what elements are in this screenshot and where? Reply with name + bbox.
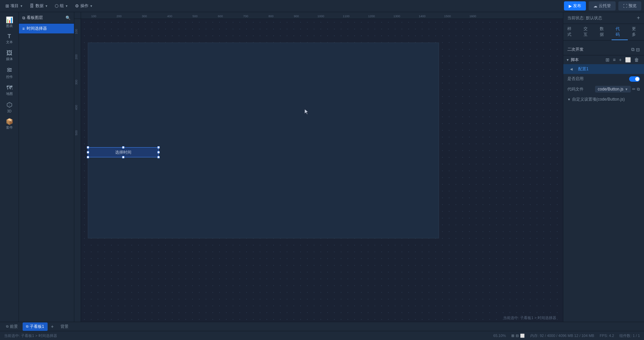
handle-bottom-center[interactable] — [122, 156, 125, 158]
top-bar: ⊞ 项目 ▼ 🗄 数据 ▼ ⬡ 组 ▼ ⚙ 操作 ▼ ▶ 发布 ☁ 云托管 ⛶ … — [0, 0, 644, 12]
handle-top-right[interactable] — [157, 146, 160, 149]
code-file-field-row: 代码文件 code/Button.js ▼ ✏ ⧉ — [563, 84, 644, 95]
map-icon: 🗺 — [6, 85, 12, 91]
preview-button[interactable]: ⛶ 预览 — [618, 1, 641, 10]
right-panel-body: 二次开发 ⧉ ⊟ ▼ 脚本 ⊞ ≡ + ⬜ 🗑 — [563, 41, 644, 340]
panel-icon: ⧉ — [22, 16, 25, 20]
code-file-label: 代码文件 — [567, 86, 584, 92]
component-icon: ⬡ — [55, 3, 58, 8]
tab-data[interactable]: 数据 — [596, 24, 612, 40]
bottom-status-bar: 当前选中: 子看板1 > 时间选择器 65.10% ⊞ ⊟ ⬜ 内存: 92 /… — [0, 331, 644, 340]
handle-bottom-right[interactable] — [157, 156, 160, 158]
tab-interact[interactable]: 交互 — [579, 24, 596, 40]
custom-section: ▼ 自定义设置项(code/Button.js) — [563, 95, 644, 106]
preview-icon: ⛶ — [623, 4, 627, 8]
cloud-button[interactable]: ☁ 云托管 — [589, 1, 616, 10]
expand-icon[interactable]: ⊟ — [636, 47, 640, 52]
kit-icon: 📦 — [6, 119, 13, 125]
menu-project[interactable]: ⊞ 项目 ▼ — [3, 2, 26, 10]
handle-middle-left[interactable] — [87, 151, 89, 154]
3d-icon — [6, 102, 12, 109]
copy-icon[interactable]: ⧉ — [631, 47, 635, 52]
link-icon[interactable]: ⧉ — [637, 87, 640, 91]
left-panel: ⧉ 看板图层 🔍 ≡ 时间选择器 — [19, 12, 74, 340]
cloud-icon: ☁ — [593, 4, 597, 8]
sidebar-item-kit[interactable]: 📦 套件 — [1, 116, 18, 132]
bottom-bar: ⧉ 前景 ⧉ 子看板1 + 背景 当前选中: 子看板1 > 时间选择器 65.1… — [0, 322, 644, 340]
chart-icon: 📊 — [6, 17, 13, 23]
script-section-title[interactable]: ▼ 脚本 ⊞ ≡ + ⬜ 🗑 — [563, 55, 644, 64]
time-selector-widget[interactable]: 选择时间 — [88, 147, 159, 157]
grid-icon[interactable]: ⊞ — [604, 57, 611, 63]
canvas-board[interactable] — [88, 43, 439, 238]
media-icon: 🖼 — [6, 50, 12, 56]
file-icon[interactable]: ⬜ — [624, 57, 632, 63]
edit-icons: ✏ ⧉ — [632, 87, 640, 91]
component-count: 组件数: 1 / 1 — [619, 333, 640, 338]
control-icon — [6, 67, 12, 74]
ruler-top: 100 200 300 400 500 600 700 800 900 1000… — [81, 12, 563, 19]
project-icon: ⊞ — [5, 3, 9, 8]
list-icon[interactable]: ≡ — [612, 57, 617, 63]
svg-point-5 — [8, 71, 9, 72]
view-icons: ⊞ ⊟ ⬜ — [511, 334, 525, 338]
handle-bottom-left[interactable] — [87, 156, 89, 158]
sidebar-item-chart[interactable]: 📊 图表 — [1, 15, 18, 30]
sidebar-item-text[interactable]: T 文本 — [1, 32, 18, 47]
custom-section-toggle[interactable]: ▼ 自定义设置项(code/Button.js) — [567, 97, 640, 102]
add-state-button[interactable]: + — [637, 15, 640, 21]
canvas-main[interactable]: 选择时间 — [81, 19, 563, 321]
delete-icon[interactable]: 🗑 — [633, 57, 640, 63]
fps-status: FPS: 4.2 — [600, 334, 614, 338]
main-layout: 📊 图表 T 文本 🖼 媒体 控件 🗺 地图 3D 📦 — [0, 12, 644, 340]
tab-sub-canvas1[interactable]: ⧉ 子看板1 — [23, 322, 48, 331]
sidebar-item-map[interactable]: 🗺 地图 — [1, 83, 18, 98]
sidebar-item-control[interactable]: 控件 — [1, 65, 18, 81]
right-panel-tabs: 样式 交互 数据 代码 更多 — [563, 24, 644, 41]
edit-icon[interactable]: ✏ — [632, 87, 636, 91]
left-icon-bar: 📊 图表 T 文本 🖼 媒体 控件 🗺 地图 3D 📦 — [0, 12, 19, 340]
canvas-area[interactable]: 100 200 300 400 500 600 700 800 900 1000… — [74, 12, 563, 340]
add-script-icon[interactable]: + — [618, 57, 623, 63]
list-view-icon[interactable]: ⊟ — [516, 334, 519, 338]
enable-toggle[interactable] — [629, 76, 640, 82]
menu-operation[interactable]: ⚙ 操作 ▼ — [72, 2, 96, 10]
tab-foreground[interactable]: ⧉ 前景 — [3, 322, 21, 331]
select-arrow-icon: ▼ — [625, 87, 628, 91]
svg-point-3 — [8, 68, 9, 69]
canvas-breadcrumb: 当前选中: 子看板1 > 时间选择器 — [503, 315, 556, 320]
menu-component[interactable]: ⬡ 组 ▼ — [52, 2, 71, 10]
secondary-dev-section: 二次开发 ⧉ ⊟ — [563, 44, 644, 55]
enable-field-row: 是否启用 — [563, 74, 644, 84]
tab-background[interactable]: 背景 — [57, 322, 72, 331]
toggle-thumb — [635, 77, 639, 81]
fit-view-icon[interactable]: ⬜ — [520, 334, 525, 338]
left-panel-header: ⧉ 看板图层 🔍 — [19, 12, 74, 24]
script-item-config1[interactable]: ◀ 配置1 — [563, 64, 644, 74]
state-label: 当前状态: 默认状态 — [567, 15, 602, 21]
operation-icon: ⚙ — [75, 3, 79, 8]
sidebar-item-media[interactable]: 🖼 媒体 — [1, 48, 18, 63]
menu-data[interactable]: 🗄 数据 ▼ — [27, 2, 51, 10]
tab-style[interactable]: 样式 — [563, 24, 579, 40]
grid-view-icon[interactable]: ⊞ — [511, 334, 514, 338]
sidebar-item-3d[interactable]: 3D — [1, 100, 18, 115]
layer-icon-active: ⧉ — [26, 324, 28, 329]
enable-label: 是否启用 — [567, 76, 584, 82]
widget-label: 选择时间 — [115, 150, 131, 155]
layer-item-time-selector[interactable]: ≡ 时间选择器 — [19, 24, 74, 33]
publish-button[interactable]: ▶ 发布 — [564, 1, 586, 10]
publish-icon: ▶ — [569, 4, 572, 8]
handle-top-left[interactable] — [87, 146, 89, 149]
tab-more[interactable]: 更多 — [628, 24, 644, 40]
tab-code[interactable]: 代码 — [612, 24, 628, 40]
right-panel: 当前状态: 默认状态 + 样式 交互 数据 代码 更多 二次开发 — [563, 12, 644, 340]
code-file-select[interactable]: code/Button.js ▼ — [595, 86, 631, 93]
memory-status: 内存: 92 / 4000 / 4096 MB 12 / 104 MB — [530, 333, 594, 338]
add-tab-button[interactable]: + — [49, 322, 56, 331]
handle-top-center[interactable] — [122, 146, 125, 149]
handle-middle-right[interactable] — [157, 151, 160, 154]
ruler-corner — [74, 12, 81, 19]
search-icon[interactable]: 🔍 — [66, 16, 71, 20]
right-panel-header: 当前状态: 默认状态 + — [563, 12, 644, 24]
